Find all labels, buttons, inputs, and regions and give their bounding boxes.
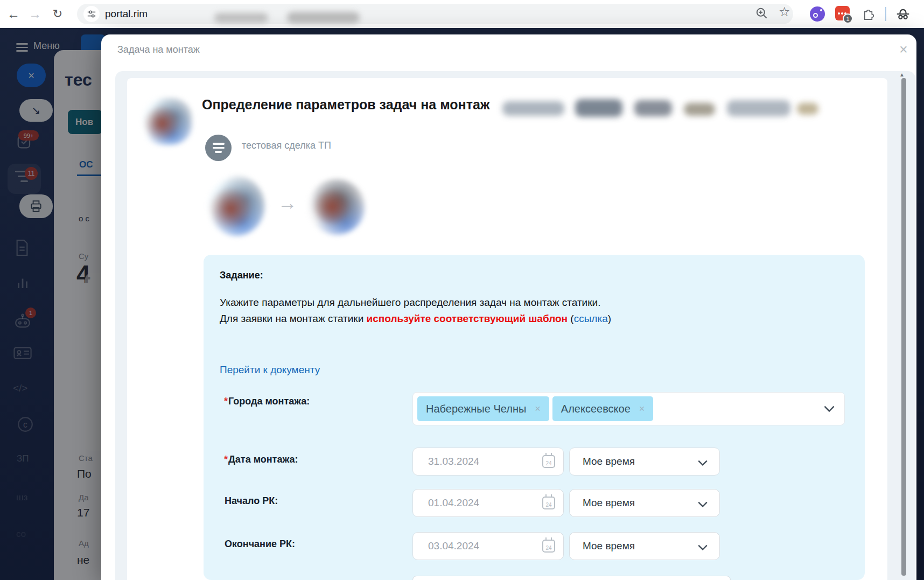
date-label-text: Дата монтажа: — [228, 454, 298, 465]
modal-title: Задача на монтаж — [117, 44, 200, 55]
go-to-document-link[interactable]: Перейти к документу — [220, 364, 320, 376]
timezone-value: Мое время — [583, 497, 635, 509]
template-link[interactable]: ссылка — [574, 313, 608, 324]
paren: ( — [568, 313, 574, 324]
chip-remove-icon[interactable]: × — [639, 403, 645, 415]
required-mark: * — [224, 396, 228, 407]
avatar-blurred — [142, 97, 192, 145]
city-chip-label: Алексеевское — [561, 403, 631, 415]
next-field-partial — [412, 576, 731, 580]
scrollbar-thumb[interactable] — [901, 78, 906, 576]
site-settings-icon[interactable] — [83, 6, 100, 22]
avatar-blurred — [208, 176, 265, 236]
arrow-right-icon: → — [278, 192, 297, 214]
refresh-button[interactable]: ↻ — [48, 0, 67, 28]
timezone-select[interactable]: Мое время — [569, 532, 720, 560]
cities-label-text: Города монтажа: — [228, 396, 310, 407]
date-input[interactable]: 03.04.2024 24 — [412, 532, 564, 560]
redacted-text-blob — [684, 103, 715, 116]
calendar-icon-number: 24 — [545, 502, 551, 508]
browser-toolbar: ← → ↻ portal.rim ☆ 1 — [0, 0, 924, 28]
incognito-profile-icon[interactable] — [895, 6, 911, 24]
zoom-icon[interactable] — [755, 6, 769, 23]
extension-purple-icon[interactable] — [810, 6, 825, 22]
task-heading: Определение параметров задач на монтаж — [202, 97, 490, 113]
city-chip-label: Набережные Челны — [426, 403, 526, 415]
date-label: Окончание РК: — [224, 539, 295, 550]
close-icon[interactable]: × — [894, 40, 913, 59]
back-button[interactable]: ← — [4, 0, 23, 28]
date-label-text: Начало РК: — [225, 495, 278, 506]
chevron-down-icon — [698, 460, 708, 466]
date-value: 03.04.2024 — [428, 540, 479, 552]
redacted-text-blob — [797, 103, 818, 115]
task-label: Задание: — [220, 270, 263, 281]
task-line-2-warning: используйте соответствующий шаблон — [367, 313, 568, 324]
redacted-text-blob — [727, 100, 790, 116]
date-input[interactable]: 31.03.2024 24 — [412, 448, 564, 476]
required-mark: * — [224, 454, 228, 465]
deal-name[interactable]: тестовая сделка ТП — [242, 140, 331, 151]
forward-button[interactable]: → — [26, 0, 44, 28]
timezone-value: Мое время — [583, 540, 635, 552]
calendar-icon[interactable]: 24 — [542, 497, 555, 509]
task-line-2: Для заявки на монтаж статики используйте… — [220, 313, 611, 325]
deal-filter-icon — [205, 135, 232, 161]
screen: ← → ↻ portal.rim ☆ 1 Меню — [0, 0, 924, 580]
date-value: 31.03.2024 — [428, 456, 479, 467]
timezone-value: Мое время — [583, 456, 635, 467]
date-label: *Дата монтажа: — [224, 454, 298, 465]
address-bar[interactable]: portal.rim — [77, 4, 793, 24]
date-value: 01.04.2024 — [428, 497, 479, 509]
extensions-puzzle-icon[interactable] — [862, 6, 876, 23]
chevron-down-icon[interactable] — [824, 404, 835, 414]
calendar-icon[interactable]: 24 — [542, 455, 555, 468]
date-label: Начало РК: — [224, 495, 278, 507]
task-line-2-prefix: Для заявки на монтаж статики — [220, 313, 367, 324]
paren: ) — [608, 313, 611, 324]
url-text: portal.rim — [105, 8, 148, 20]
calendar-icon[interactable]: 24 — [542, 540, 555, 553]
timezone-select[interactable]: Мое время — [569, 448, 720, 476]
task-line-1: Укажите параметры для дальнейшего распре… — [220, 297, 600, 309]
date-input[interactable]: 01.04.2024 24 — [412, 489, 564, 517]
redacted-url-blob — [214, 13, 268, 23]
chevron-down-icon — [698, 544, 708, 550]
city-chip[interactable]: Алексеевское × — [552, 396, 654, 421]
redacted-text-blob — [502, 101, 564, 116]
scroll-up-icon[interactable]: ▲ — [899, 72, 905, 78]
chevron-down-icon — [698, 501, 708, 507]
calendar-icon-number: 24 — [545, 545, 551, 551]
redacted-url-blob — [287, 12, 360, 23]
redacted-text-blob — [575, 99, 622, 117]
avatar-blurred — [308, 179, 365, 235]
date-label-text: Окончание РК: — [225, 539, 295, 549]
timezone-select[interactable]: Мое время — [569, 489, 720, 517]
cities-label: *Города монтажа: — [224, 396, 310, 407]
cities-multiselect[interactable]: Набережные Челны × Алексеевское × — [412, 392, 845, 425]
calendar-icon-number: 24 — [545, 460, 551, 466]
extension-badge: 1 — [843, 13, 853, 24]
task-modal: Задача на монтаж × ▲ Определение парамет… — [101, 34, 916, 580]
city-chip[interactable]: Набережные Челны × — [417, 396, 549, 421]
toolbar-divider — [885, 7, 886, 21]
bookmark-star-icon[interactable]: ☆ — [779, 4, 790, 19]
chip-remove-icon[interactable]: × — [535, 403, 541, 415]
redacted-text-blob — [634, 100, 672, 116]
